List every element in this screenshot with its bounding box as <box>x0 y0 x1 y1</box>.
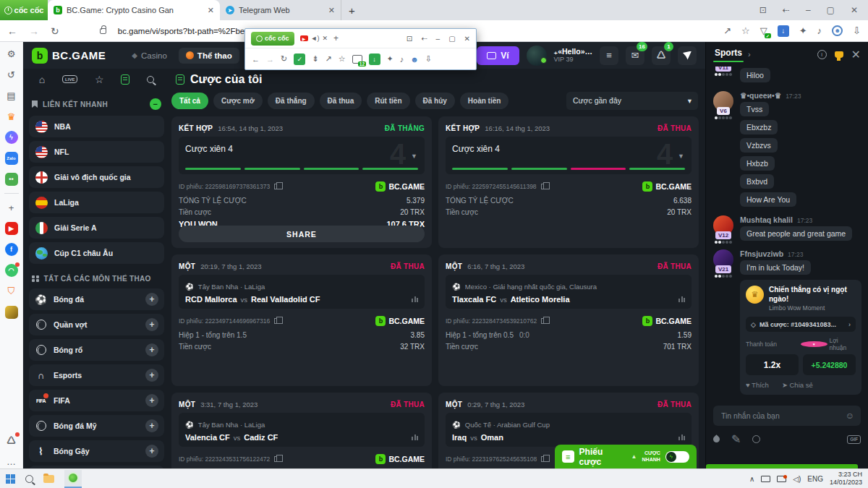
mail-button[interactable]: ✉16 <box>626 46 644 65</box>
crown-icon[interactable]: ♛ <box>4 109 19 124</box>
tab-manager-icon[interactable]: 12 <box>352 55 362 64</box>
back-button[interactable]: ← <box>252 55 260 64</box>
collapse-button[interactable]: − <box>150 98 161 110</box>
sidebar-sport-fifa[interactable]: FIFAFIFA+ <box>29 390 164 411</box>
filter-won[interactable]: Đã thắng <box>268 93 315 109</box>
display-icon[interactable] <box>777 476 786 482</box>
sidebar-sport-tennis[interactable]: Quần vợt+ <box>29 314 164 335</box>
more-icon[interactable]: … <box>4 454 19 468</box>
new-tab-button[interactable]: + <box>349 4 355 17</box>
chat-message-input[interactable] <box>720 411 841 421</box>
browser-tab-telegram[interactable]: ➤ Telegram Web ✕ <box>220 0 341 20</box>
stats-icon[interactable] <box>412 435 418 440</box>
lock-icon[interactable] <box>100 28 106 34</box>
copy-icon[interactable] <box>274 184 279 189</box>
tab-close-icon[interactable]: ✕ <box>328 6 335 15</box>
expand-plus-button[interactable]: + <box>145 343 158 356</box>
reload-button[interactable]: ↻ <box>281 54 287 64</box>
taskbar-search-icon[interactable] <box>25 475 33 483</box>
sidebar-item-premier-league[interactable]: Giải vô địch quốc gia <box>29 166 164 188</box>
expand-plus-button[interactable]: + <box>145 394 158 407</box>
search-icon[interactable] <box>147 76 154 83</box>
language-indicator[interactable]: ENG <box>807 475 823 483</box>
user-info[interactable]: ₊«Hello»… VIP 39 <box>554 47 592 63</box>
back-button[interactable]: ← <box>7 25 17 37</box>
music-icon[interactable]: ♪ <box>817 25 822 36</box>
emoji-icon[interactable]: ☺ <box>846 411 854 421</box>
history-back-icon[interactable]: ⇠ <box>783 5 790 15</box>
sidebar-sport-basketball[interactable]: Bóng rổ+ <box>29 339 164 361</box>
share-icon[interactable]: ↗ <box>723 25 731 36</box>
sidebar-sport-american-football[interactable]: Bóng đá Mỹ+ <box>29 415 164 437</box>
chat-username[interactable]: Ffnsjuvziwb <box>740 249 783 258</box>
games-icon[interactable]: •• <box>4 172 19 187</box>
expand-plus-button[interactable]: + <box>145 445 158 458</box>
copy-icon[interactable] <box>541 184 546 189</box>
extension-icon[interactable]: ✦ <box>387 54 393 64</box>
tab-search-icon[interactable]: ⊡ <box>407 35 412 43</box>
volume-icon[interactable]: ◁) <box>793 475 801 483</box>
forward-button[interactable]: → <box>29 25 39 37</box>
filter-open[interactable]: Cược mở <box>213 93 263 109</box>
live-icon[interactable]: LIVE <box>62 75 77 83</box>
tab-close-icon[interactable]: ✕ <box>322 35 328 42</box>
tab-close-icon[interactable]: ✕ <box>208 6 214 15</box>
profile-icon[interactable]: ☻ <box>410 55 419 64</box>
coin-icon[interactable] <box>752 435 760 443</box>
mini-browser-window[interactable]: cốc cốc ▶◄)✕ + ⊡ ⇠ – ▢ ✕ ← → ↻ ✓ ⇟ ↗ ☆ 1… <box>244 28 477 70</box>
bookmark-star-icon[interactable]: ☆ <box>741 25 750 36</box>
profile-icon[interactable]: ☻ <box>832 25 843 36</box>
expand-plus-button[interactable]: + <box>145 293 158 306</box>
tray-chevron-icon[interactable]: ∧ <box>749 475 754 483</box>
file-explorer-icon[interactable] <box>43 475 54 483</box>
safe-download-icon[interactable]: ✓ <box>294 53 305 65</box>
promo-button[interactable] <box>678 46 697 65</box>
sidebar-item-serie-a[interactable]: Giải Serie A <box>29 217 164 239</box>
home-icon[interactable]: ⌂ <box>39 74 45 85</box>
download-video-button[interactable]: ↓ <box>778 25 789 37</box>
chat-tab-sports[interactable]: Sports <box>713 48 744 61</box>
copy-icon[interactable] <box>541 456 546 462</box>
window-close-button[interactable]: ✕ <box>464 35 470 43</box>
nav-casino[interactable]: ◆Casino <box>124 48 174 64</box>
chevron-right-icon[interactable]: › <box>748 50 751 59</box>
sidebar-item-nba[interactable]: NBA <box>29 116 164 137</box>
match-box[interactable]: ⚽Mexico · Giải hạng nhất quốc gia, Claus… <box>446 275 692 309</box>
favorites-star-icon[interactable]: ☆ <box>95 74 104 85</box>
new-tab-button[interactable]: + <box>333 33 339 43</box>
stats-icon[interactable] <box>678 296 685 302</box>
reading-list-icon[interactable]: ▤ <box>4 88 19 103</box>
gif-button[interactable]: GIF <box>847 435 861 444</box>
pen-icon[interactable]: ✎ <box>731 432 741 446</box>
match-box[interactable]: ⚽Tây Ban Nha · LaLiga Valencia CFvsCadiz… <box>179 413 425 447</box>
zalo-icon[interactable]: Zalo <box>4 151 19 166</box>
filter-cashout[interactable]: Rút tiền <box>367 93 409 109</box>
window-close-button[interactable]: ✕ <box>851 5 858 15</box>
copy-icon[interactable] <box>274 318 279 324</box>
stats-icon[interactable] <box>678 435 685 440</box>
sidebar-sport-esports[interactable]: ∩Esports+ <box>29 364 164 386</box>
sort-dropdown[interactable]: Cược gần đây▾ <box>566 92 698 110</box>
filter-all[interactable]: Tất cả <box>171 93 208 109</box>
history-icon[interactable]: ↺ <box>4 67 19 82</box>
match-box[interactable]: ⚽Quốc Tế · Arabian Gulf Cup IraqvsOman <box>446 413 692 447</box>
copy-icon[interactable] <box>541 318 546 324</box>
coccoc-taskbar-icon[interactable] <box>64 470 82 488</box>
download-video-button[interactable]: ↓ <box>369 53 380 65</box>
save-page-icon[interactable]: ⇟ <box>312 54 318 64</box>
combo-expander[interactable]: Cược xiên 4 4 ▼ <box>446 137 692 174</box>
info-icon[interactable]: i <box>817 50 827 59</box>
bookmark-star-icon[interactable]: ☆ <box>339 54 346 64</box>
coccoc-mini-brand[interactable]: cốc cốc <box>251 32 294 46</box>
facebook-icon[interactable]: f <box>4 242 19 257</box>
wallet-button[interactable]: Ví <box>477 46 519 65</box>
taskbar-clock[interactable]: 3:23 CH14/01/2023 <box>830 471 862 487</box>
downloads-tray-icon[interactable]: ⇩ <box>853 25 861 36</box>
sidebar-item-laliga[interactable]: LaLiga <box>29 192 164 213</box>
music-icon[interactable]: ♪ <box>400 55 404 64</box>
win-share-card[interactable]: ♛ Chiến thắng có vị ngọt ngào!Limbo Wow … <box>740 280 861 395</box>
touch-keyboard-icon[interactable] <box>761 476 770 482</box>
share-button[interactable]: SHARE <box>179 226 425 242</box>
copy-icon[interactable] <box>274 456 279 462</box>
account-menu-button[interactable]: ≡ <box>600 46 618 65</box>
